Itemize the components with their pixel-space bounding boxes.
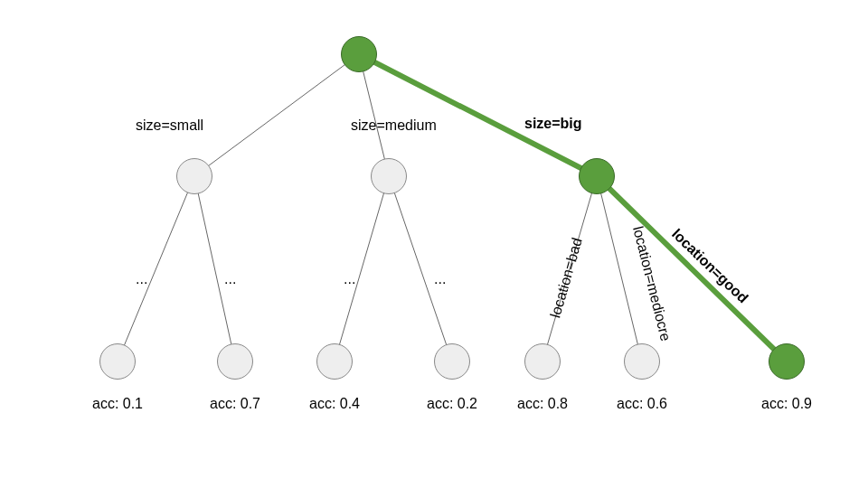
edge-big-good-highlight [597,176,787,361]
acc-leaf-5: acc: 0.8 [517,396,568,412]
leaf-5-location-bad [524,343,561,380]
ellipsis-small-left: ... [136,271,147,287]
ellipsis-medium-left: ... [344,271,355,287]
node-size-medium [371,158,407,194]
edge-label-size-medium: size=medium [351,117,437,134]
edge-label-location-bad: location=bad [547,236,584,319]
edges-layer: location=bad location=mediocre location=… [0,0,868,488]
edge-label-size-big: size=big [524,116,582,132]
acc-leaf-2: acc: 0.7 [210,396,260,412]
edge-root-small [194,54,359,176]
leaf-7-location-good [769,343,805,380]
edge-small-leaf1 [118,176,194,361]
leaf-6-location-mediocre [624,343,660,380]
ellipsis-small-right: ... [224,271,236,287]
node-size-big [579,158,615,194]
acc-leaf-7: acc: 0.9 [761,396,812,412]
edge-medium-leaf1 [335,176,389,361]
acc-leaf-4: acc: 0.2 [427,396,477,412]
acc-leaf-3: acc: 0.4 [309,396,360,412]
decision-tree-diagram: location=bad location=mediocre location=… [0,0,868,488]
leaf-4 [434,343,470,380]
edge-small-leaf2 [194,176,235,361]
node-size-small [176,158,212,194]
leaf-3 [316,343,353,380]
ellipsis-medium-right: ... [434,271,446,287]
leaf-2 [217,343,253,380]
edge-label-location-good: location=good [669,226,751,305]
edge-label-size-small: size=small [136,117,203,134]
root-node [341,36,377,72]
edge-medium-leaf2 [389,176,452,361]
leaf-1 [99,343,136,380]
edge-big-mediocre [597,176,642,361]
acc-leaf-6: acc: 0.6 [617,396,667,412]
acc-leaf-1: acc: 0.1 [92,396,143,412]
